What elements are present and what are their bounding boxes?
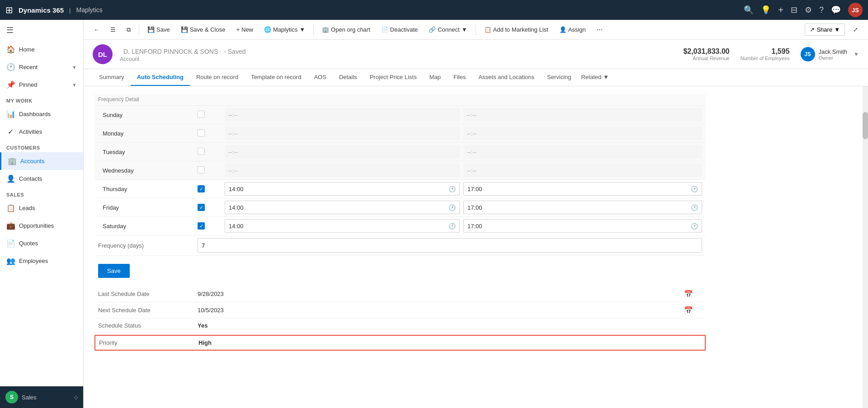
tab-aos[interactable]: AOS <box>307 69 332 86</box>
owner-chevron[interactable]: ▼ <box>854 51 859 57</box>
sidebar-item-accounts[interactable]: 🏢 Accounts <box>0 152 83 170</box>
sidebar-recent-label: Recent <box>19 64 38 70</box>
friday-end-time[interactable]: 17:00 🕐 <box>463 201 702 214</box>
monday-start-time: --:-- <box>225 127 463 140</box>
open-org-chart-button[interactable]: 🏢 Open org chart <box>317 24 375 35</box>
assign-button[interactable]: 👤 Assign <box>555 24 590 35</box>
list-view-button[interactable]: ☰ <box>106 24 120 35</box>
freq-days-input[interactable] <box>198 238 702 253</box>
thursday-end-time[interactable]: 17:00 🕐 <box>463 182 702 196</box>
pinned-chevron: ▼ <box>72 82 77 88</box>
record-info: D. LENFORD PINNOCK & SONS - Saved Accoun… <box>120 47 676 62</box>
sunday-checkbox[interactable] <box>198 111 225 119</box>
accounts-icon: 🏢 <box>8 157 16 165</box>
hamburger-menu[interactable]: ☰ <box>0 20 83 41</box>
sidebar-item-activities[interactable]: ✓ Activities <box>0 123 83 141</box>
tab-details[interactable]: Details <box>333 69 363 86</box>
sidebar-item-employees[interactable]: 👥 Employees <box>0 252 83 270</box>
window-button[interactable]: ⧉ <box>122 24 135 36</box>
saturday-checkbox[interactable]: ✓ <box>198 222 225 230</box>
expand-button[interactable]: ⤢ <box>849 24 863 35</box>
form-save-button[interactable]: Save <box>98 264 130 278</box>
tab-auto-scheduling[interactable]: Auto Scheduling <box>131 69 190 86</box>
form-content: Frequency Detail Sunday --:-- --:-- <box>84 86 868 408</box>
save-close-button[interactable]: 💾 Save & Close <box>176 24 230 35</box>
last-schedule-calendar-icon[interactable]: 📅 <box>684 290 702 298</box>
thursday-start-time[interactable]: 14:00 🕐 <box>225 182 463 196</box>
friday-label: Friday <box>98 204 198 211</box>
tab-map[interactable]: Map <box>423 69 447 86</box>
saturday-end-time[interactable]: 17:00 🕐 <box>463 219 702 233</box>
friday-end-clock: 🕐 <box>691 204 698 211</box>
last-schedule-value: 9/28/2023 <box>198 291 684 297</box>
more-label: ⋯ <box>597 26 603 33</box>
friday-checkbox[interactable]: ✓ <box>198 204 225 211</box>
tab-project-price-lists[interactable]: Project Price Lists <box>363 69 423 86</box>
owner-block[interactable]: JS Jack Smith Owner ▼ <box>801 47 859 61</box>
chat-icon[interactable]: 💬 <box>831 5 841 15</box>
sidebar-bottom-nav[interactable]: S Sales ◇ <box>0 386 83 408</box>
tab-template-on-record[interactable]: Template on record <box>245 69 307 86</box>
sunday-start-time: --:-- <box>225 108 463 122</box>
sunday-checkbox-box[interactable] <box>198 111 205 118</box>
monday-checkbox[interactable] <box>198 129 225 138</box>
tab-summary[interactable]: Summary <box>93 69 131 86</box>
recent-chevron: ▼ <box>72 65 77 70</box>
main-layout: ☰ 🏠 Home 🕐 Recent ▼ 📌 Pinned ▼ My Work 📊… <box>0 20 868 408</box>
user-avatar[interactable]: JS <box>848 3 863 17</box>
more-button[interactable]: ⋯ <box>592 24 607 35</box>
customers-header: Customers <box>0 141 83 152</box>
sidebar-item-recent[interactable]: 🕐 Recent ▼ <box>0 58 83 76</box>
scrollbar-thumb[interactable] <box>863 112 868 139</box>
plus-icon[interactable]: + <box>778 5 783 15</box>
tab-related[interactable]: Related ▼ <box>577 69 612 86</box>
lightbulb-icon[interactable]: 💡 <box>761 5 771 15</box>
save-button[interactable]: 💾 Save <box>143 24 175 35</box>
employee-count-value: 1,595 <box>741 47 790 56</box>
sidebar-leads-label: Leads <box>19 205 35 211</box>
sidebar-item-opportunities[interactable]: 💼 Opportunities <box>0 217 83 234</box>
monday-checkbox-box[interactable] <box>198 129 205 136</box>
annual-revenue-block: $2,031,833.00 Annual Revenue <box>683 47 729 61</box>
friday-start-time[interactable]: 14:00 🕐 <box>225 201 463 214</box>
add-to-marketing-list-button[interactable]: 📋 Add to Marketing List <box>480 24 553 35</box>
settings-icon[interactable]: ⚙ <box>805 5 812 15</box>
thursday-checkbox[interactable]: ✓ <box>198 185 225 193</box>
sidebar-contacts-label: Contacts <box>19 175 42 182</box>
deactivate-button[interactable]: 📄 Deactivate <box>377 24 422 35</box>
saturday-checkbox-box[interactable]: ✓ <box>198 222 205 230</box>
saturday-start-time[interactable]: 14:00 🕐 <box>225 219 463 233</box>
help-icon[interactable]: ? <box>819 5 824 15</box>
tab-route-on-record[interactable]: Route on record <box>190 69 245 86</box>
new-button[interactable]: + New <box>231 24 258 35</box>
tab-assets-locations[interactable]: Assets and Locations <box>472 69 541 86</box>
thursday-checkbox-box[interactable]: ✓ <box>198 185 205 192</box>
sidebar-item-home[interactable]: 🏠 Home <box>0 41 83 58</box>
monday-label: Monday <box>98 130 198 137</box>
next-schedule-calendar-icon[interactable]: 📅 <box>684 306 702 314</box>
search-icon[interactable]: 🔍 <box>744 5 754 15</box>
maplytics-button[interactable]: 🌐 Maplytics ▼ <box>259 24 310 35</box>
org-chart-label: Open org chart <box>331 26 370 33</box>
recent-row: Recent ▼ <box>19 64 77 70</box>
sidebar-item-contacts[interactable]: 👤 Contacts <box>0 170 83 188</box>
wednesday-checkbox-box[interactable] <box>198 166 205 174</box>
friday-checkbox-box[interactable]: ✓ <box>198 204 205 211</box>
wednesday-checkbox[interactable] <box>198 166 225 175</box>
share-button[interactable]: ↗ Share ▼ <box>805 23 845 36</box>
tuesday-checkbox-box[interactable] <box>198 148 205 155</box>
sidebar-item-pinned[interactable]: 📌 Pinned ▼ <box>0 76 83 94</box>
new-icon: + <box>236 26 240 33</box>
thursday-start-value: 14:00 <box>229 186 244 192</box>
tab-servicing[interactable]: Servicing <box>541 69 577 86</box>
tuesday-checkbox[interactable] <box>198 148 225 156</box>
back-button[interactable]: ← <box>89 24 104 35</box>
connect-button[interactable]: 🔗 Connect ▼ <box>424 24 472 35</box>
sidebar-item-dashboards[interactable]: 📊 Dashboards <box>0 105 83 123</box>
tab-files[interactable]: Files <box>447 69 472 86</box>
sidebar-item-leads[interactable]: 📋 Leads <box>0 199 83 217</box>
filter-icon[interactable]: ⊟ <box>791 5 797 15</box>
scrollbar-track[interactable] <box>863 86 868 408</box>
grid-icon[interactable]: ⊞ <box>5 5 13 15</box>
sidebar-item-quotes[interactable]: 📄 Quotes <box>0 234 83 252</box>
